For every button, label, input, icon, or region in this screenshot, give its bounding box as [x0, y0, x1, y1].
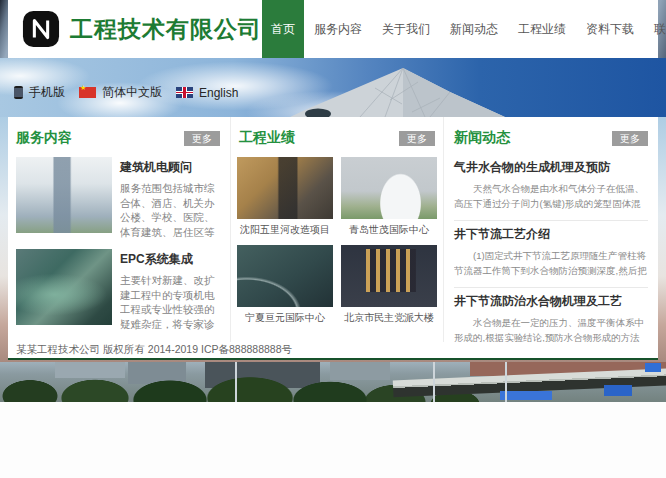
- project-caption[interactable]: 青岛世茂国际中心: [341, 223, 437, 237]
- projects-more-button[interactable]: 更多: [399, 131, 435, 146]
- service-item-title[interactable]: EPC系统集成: [120, 251, 220, 268]
- strip-light-pole: [505, 362, 507, 402]
- news-title: 新闻动态: [454, 129, 510, 147]
- main-content-card: 服务内容 更多 建筑机电顾问 服务范围包括城市综合体、酒店、机关办公楼、学校、医…: [8, 117, 658, 342]
- webpage: 手机版 简体中文版 English 工程技术有限公司 首页 服务内容 关于我们 …: [0, 0, 666, 478]
- service-item-text: 服务范围包括城市综合体、酒店、机关办公楼、学校、医院、体育建筑、居住区等各类建: [120, 181, 220, 239]
- site-header: 工程技术有限公司 首页 服务内容 关于我们 新闻动态 工程业绩 资料下载 联系我…: [8, 0, 658, 58]
- news-more-button[interactable]: 更多: [612, 131, 648, 146]
- nav-item-news[interactable]: 新闻动态: [440, 0, 508, 58]
- news-item[interactable]: 井下节流工艺介绍 (1)固定式井下节流工艺原理随生产管柱将节流器工作筒下到水合物…: [454, 221, 648, 288]
- copyright-text: 某某工程技术公司 版权所有 2014-2019 ICP备888888888号: [16, 343, 292, 357]
- aerial-complex-photo[interactable]: [237, 245, 333, 307]
- news-item-title[interactable]: 气井水合物的生成机理及预防: [454, 159, 648, 176]
- service-item[interactable]: 建筑机电顾问 服务范围包括城市综合体、酒店、机关办公楼、学校、医院、体育建筑、居…: [16, 157, 220, 239]
- nav-item-contact[interactable]: 联系我们: [644, 0, 666, 58]
- news-item[interactable]: 气井水合物的生成机理及预防 天然气水合物是由水和气体分子在低温、高压下通过分子间…: [454, 157, 648, 221]
- simplified-chinese-link[interactable]: 简体中文版: [102, 84, 162, 101]
- news-item-text: (1)固定式井下节流工艺原理随生产管柱将节流器工作筒下到水合物防治预测深度,然后…: [454, 248, 648, 278]
- news-item-text: 水合物是在一定的压力、温度平衡体系中形成的,根据实验结论,预防水合物形成的方法就…: [454, 315, 648, 342]
- industrial-chiller-equipment-image[interactable]: [16, 249, 112, 325]
- company-name: 工程技术有限公司: [70, 14, 262, 45]
- city-buildings-rendering-image[interactable]: [16, 157, 112, 233]
- news-item-title[interactable]: 井下节流工艺介绍: [454, 226, 648, 243]
- projects-title: 工程业绩: [239, 129, 295, 147]
- service-text-block: 建筑机电顾问 服务范围包括城市综合体、酒店、机关办公楼、学校、医院、体育建筑、居…: [120, 157, 220, 239]
- language-bar: 手机版 简体中文版 English: [14, 84, 246, 101]
- project-caption[interactable]: 宁夏亘元国际中心: [237, 311, 333, 325]
- service-text-block: EPC系统集成 主要针对新建、改扩建工程中的专项机电工程或专业性较强的疑难杂症，…: [120, 249, 220, 331]
- mobile-version-link[interactable]: 手机版: [29, 84, 65, 101]
- english-link[interactable]: English: [199, 86, 238, 100]
- hero-banner: 手机版 简体中文版 English: [0, 58, 666, 117]
- site-footer: 某某工程技术公司 版权所有 2014-2019 ICP备888888888号: [8, 342, 658, 360]
- white-sculptural-tower-photo[interactable]: [341, 157, 437, 219]
- news-item[interactable]: 井下节流防治水合物机理及工艺 水合物是在一定的压力、温度平衡体系中形成的,根据实…: [454, 288, 648, 342]
- nav-item-downloads[interactable]: 资料下载: [576, 0, 644, 58]
- aerial-towers-photo[interactable]: [237, 157, 333, 219]
- projects-header: 工程业绩 更多: [239, 129, 435, 147]
- project-item[interactable]: 青岛世茂国际中心: [341, 157, 437, 237]
- news-item-title[interactable]: 井下节流防治水合物机理及工艺: [454, 293, 648, 310]
- banner-faceted-building: [290, 58, 510, 117]
- news-section: 新闻动态 更多 气井水合物的生成机理及预防 天然气水合物是由水和气体分子在低温、…: [444, 117, 658, 342]
- project-caption[interactable]: 沈阳五里河改造项目: [237, 223, 333, 237]
- nfc-n-mark-icon: [22, 10, 60, 48]
- project-caption[interactable]: 北京市民主党派大楼: [341, 311, 437, 325]
- nav-item-projects[interactable]: 工程业绩: [508, 0, 576, 58]
- mobile-phone-icon: [14, 86, 23, 99]
- services-header: 服务内容 更多: [16, 129, 220, 147]
- project-item[interactable]: 北京市民主党派大楼: [341, 245, 437, 325]
- china-flag-icon: [79, 87, 96, 98]
- strip-road-sign: [500, 391, 552, 400]
- nav-item-services[interactable]: 服务内容: [304, 0, 372, 58]
- uk-flag-icon: [176, 87, 193, 98]
- night-lit-building-photo[interactable]: [341, 245, 437, 307]
- service-item-title[interactable]: 建筑机电顾问: [120, 159, 220, 176]
- service-item[interactable]: EPC系统集成 主要针对新建、改扩建工程中的专项机电工程或专业性较强的疑难杂症，…: [16, 249, 220, 331]
- services-more-button[interactable]: 更多: [184, 131, 220, 146]
- service-item-text: 主要针对新建、改扩建工程中的专项机电工程或专业性较强的疑难杂症，将专家诊断、设: [120, 273, 220, 331]
- nav-item-home[interactable]: 首页: [262, 0, 304, 58]
- services-title: 服务内容: [16, 129, 72, 147]
- background-bottom-white: [0, 402, 666, 478]
- projects-grid: 沈阳五里河改造项目 青岛世茂国际中心 宁夏亘元国际中心 北京市民主党派大楼: [239, 157, 435, 325]
- news-header: 新闻动态 更多: [454, 129, 648, 147]
- strip-light-pole: [433, 362, 435, 402]
- main-nav: 首页 服务内容 关于我们 新闻动态 工程业绩 资料下载 联系我们: [262, 0, 666, 58]
- background-photo-city-strip: [0, 362, 666, 402]
- nav-item-about[interactable]: 关于我们: [372, 0, 440, 58]
- strip-road-sign: [604, 385, 632, 396]
- services-section: 服务内容 更多 建筑机电顾问 服务范围包括城市综合体、酒店、机关办公楼、学校、医…: [8, 117, 230, 342]
- strip-road-sign: [645, 363, 661, 372]
- project-item[interactable]: 宁夏亘元国际中心: [237, 245, 333, 325]
- projects-section: 工程业绩 更多 沈阳五里河改造项目 青岛世茂国际中心 宁夏亘元国际中心: [230, 117, 444, 342]
- strip-light-pole: [235, 362, 237, 402]
- news-item-text: 天然气水合物是由水和气体分子在低温、高压下通过分子间力(氢键)形成的笼型固体混合…: [454, 181, 648, 211]
- project-item[interactable]: 沈阳五里河改造项目: [237, 157, 333, 237]
